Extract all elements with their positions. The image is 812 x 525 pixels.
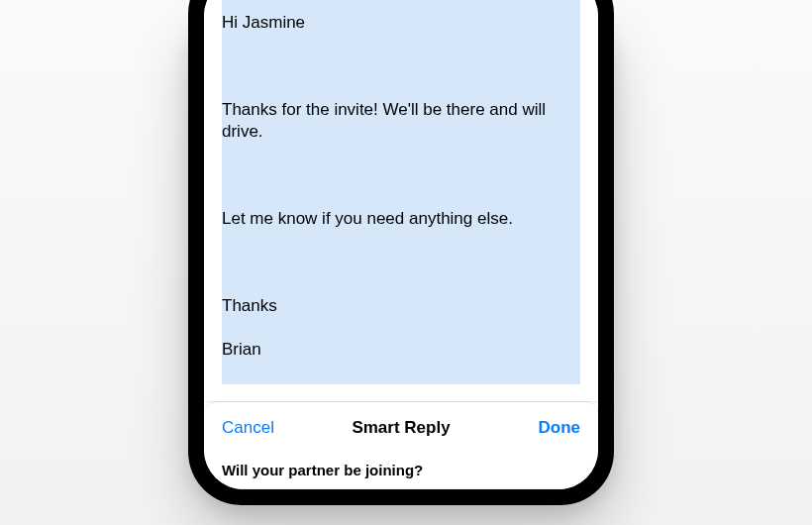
email-area: Hi Jasmine Thanks for the invite! We'll … [204, 0, 598, 384]
email-body-highlight[interactable]: Hi Jasmine Thanks for the invite! We'll … [222, 0, 580, 384]
cancel-button[interactable]: Cancel [222, 418, 352, 438]
email-signoff: Thanks [222, 295, 580, 317]
blank-line [222, 55, 580, 77]
phone-frame: Hi Jasmine Thanks for the invite! We'll … [188, 0, 614, 505]
email-sender: Brian [222, 339, 580, 361]
phone-screen: Hi Jasmine Thanks for the invite! We'll … [204, 0, 598, 489]
segmented-control-1: Yes No [222, 488, 580, 489]
phone-bezel: Hi Jasmine Thanks for the invite! We'll … [200, 0, 602, 493]
question-block-1: Will your partner be joining? Yes No [222, 462, 580, 489]
smart-reply-sheet: Cancel Smart Reply Done Will your partne… [204, 402, 598, 489]
sheet-title: Smart Reply [352, 418, 450, 438]
done-button[interactable]: Done [451, 418, 580, 438]
blank-line [222, 252, 580, 273]
email-greeting: Hi Jasmine [222, 12, 580, 34]
stage: Hi Jasmine Thanks for the invite! We'll … [0, 0, 812, 525]
blank-line [222, 164, 580, 186]
email-line-1: Thanks for the invite! We'll be there an… [222, 99, 580, 143]
question-prompt-1: Will your partner be joining? [222, 462, 580, 478]
sheet-header: Cancel Smart Reply Done [222, 402, 580, 454]
email-line-2: Let me know if you need anything else. [222, 208, 580, 230]
